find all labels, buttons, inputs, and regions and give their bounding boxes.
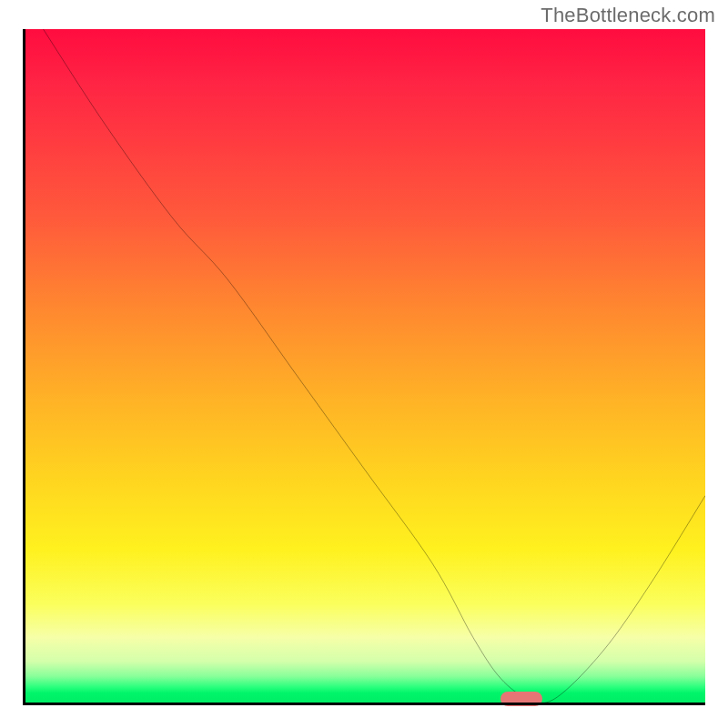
bottleneck-curve — [23, 29, 705, 705]
watermark-text: TheBottleneck.com — [541, 4, 715, 27]
x-axis — [23, 703, 705, 705]
y-axis — [23, 29, 25, 705]
curve-path — [44, 29, 706, 703]
chart-area — [23, 29, 705, 705]
